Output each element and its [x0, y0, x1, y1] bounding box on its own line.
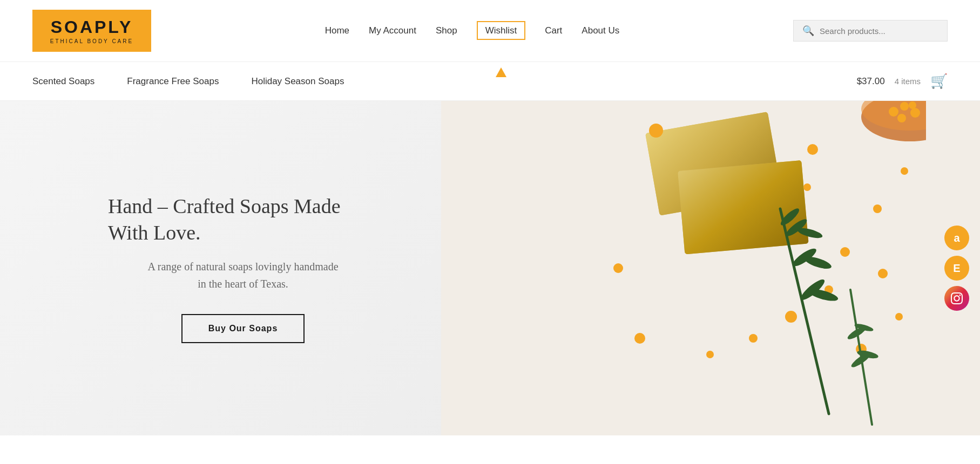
- cart-count: 4 items: [895, 77, 921, 86]
- hero-subtitle-line1: A range of natural soaps lovingly handma…: [147, 261, 338, 272]
- search-icon: 🔍: [802, 25, 814, 37]
- nav-item-shop[interactable]: Shop: [436, 25, 457, 36]
- header: SOAPLY ETHICAL BODY CARE Home My Account…: [0, 0, 980, 62]
- cart-summary: $37.00 4 items 🛒: [857, 73, 948, 90]
- main-nav: Home My Account Shop Wishlist Cart About…: [325, 25, 620, 36]
- search-bar: 🔍: [793, 20, 948, 42]
- hero-section: Hand – Crafted Soaps Made With Love. A r…: [0, 101, 980, 435]
- logo-subtitle: ETHICAL BODY CARE: [50, 38, 133, 44]
- cart-price: $37.00: [857, 76, 885, 87]
- etsy-social-button[interactable]: E: [944, 256, 969, 281]
- secondary-nav-holiday[interactable]: Holiday Season Soaps: [251, 76, 344, 87]
- amazon-social-button[interactable]: a: [944, 226, 969, 250]
- instagram-icon: [951, 292, 963, 304]
- instagram-social-button[interactable]: [944, 286, 969, 311]
- nav-item-home[interactable]: Home: [325, 25, 349, 36]
- logo-box: SOAPLY ETHICAL BODY CARE: [32, 10, 151, 52]
- hero-subtitle-line2: in the heart of Texas.: [198, 278, 288, 290]
- hero-content: Hand – Crafted Soaps Made With Love. A r…: [0, 193, 378, 344]
- logo[interactable]: SOAPLY ETHICAL BODY CARE: [32, 10, 151, 52]
- nav-item-my-account[interactable]: My Account: [369, 25, 416, 36]
- secondary-nav-left: Scented Soaps Fragrance Free Soaps Holid…: [32, 76, 344, 87]
- cart-icon[interactable]: 🛒: [930, 73, 948, 90]
- secondary-nav-scented[interactable]: Scented Soaps: [32, 76, 94, 87]
- wishlist-annotation: Wishlist: [477, 25, 526, 36]
- hero-right-bg: [441, 101, 980, 435]
- buy-our-soaps-button[interactable]: Buy Our Soaps: [181, 314, 305, 343]
- social-sidebar: a E: [944, 226, 969, 311]
- logo-title: SOAPLY: [51, 17, 133, 37]
- secondary-nav: Scented Soaps Fragrance Free Soaps Holid…: [0, 62, 980, 101]
- hero-title: Hand – Crafted Soaps Made With Love.: [108, 193, 378, 247]
- secondary-nav-fragrance-free[interactable]: Fragrance Free Soaps: [127, 76, 219, 87]
- nav-item-wishlist[interactable]: Wishlist: [477, 21, 526, 40]
- arrow-head: [496, 67, 506, 77]
- hero-subtitle: A range of natural soaps lovingly handma…: [108, 258, 378, 292]
- nav-item-about-us[interactable]: About Us: [582, 25, 619, 36]
- nav-item-cart[interactable]: Cart: [545, 25, 562, 36]
- search-input[interactable]: [820, 26, 938, 36]
